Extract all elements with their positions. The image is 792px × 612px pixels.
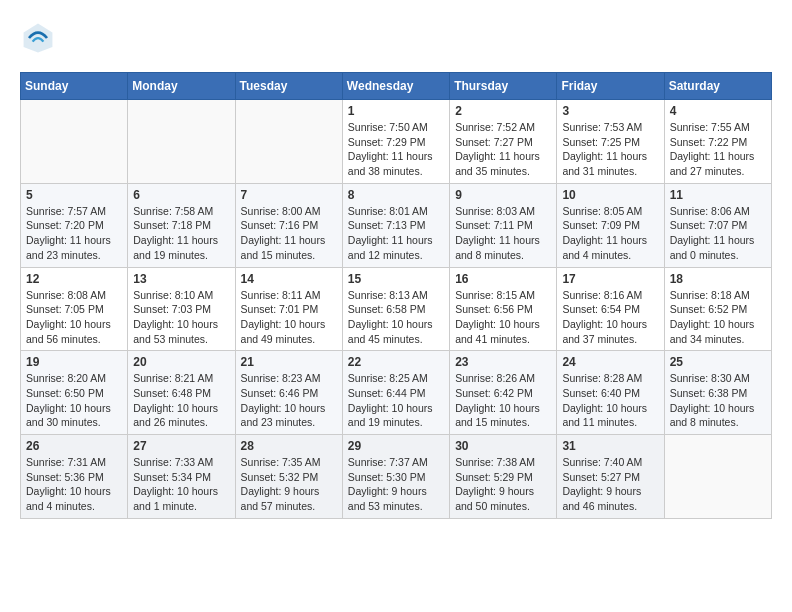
day-info: Sunrise: 8:06 AM Sunset: 7:07 PM Dayligh…	[670, 204, 766, 263]
day-info: Sunrise: 8:11 AM Sunset: 7:01 PM Dayligh…	[241, 288, 337, 347]
calendar-header-row: SundayMondayTuesdayWednesdayThursdayFrid…	[21, 73, 772, 100]
day-number: 2	[455, 104, 551, 118]
calendar-cell: 14Sunrise: 8:11 AM Sunset: 7:01 PM Dayli…	[235, 267, 342, 351]
day-info: Sunrise: 7:40 AM Sunset: 5:27 PM Dayligh…	[562, 455, 658, 514]
calendar-cell: 1Sunrise: 7:50 AM Sunset: 7:29 PM Daylig…	[342, 100, 449, 184]
calendar-cell: 15Sunrise: 8:13 AM Sunset: 6:58 PM Dayli…	[342, 267, 449, 351]
calendar-cell: 23Sunrise: 8:26 AM Sunset: 6:42 PM Dayli…	[450, 351, 557, 435]
day-number: 14	[241, 272, 337, 286]
day-number: 17	[562, 272, 658, 286]
day-info: Sunrise: 7:55 AM Sunset: 7:22 PM Dayligh…	[670, 120, 766, 179]
day-header-sunday: Sunday	[21, 73, 128, 100]
day-info: Sunrise: 8:26 AM Sunset: 6:42 PM Dayligh…	[455, 371, 551, 430]
day-info: Sunrise: 8:18 AM Sunset: 6:52 PM Dayligh…	[670, 288, 766, 347]
day-number: 22	[348, 355, 444, 369]
calendar-cell: 21Sunrise: 8:23 AM Sunset: 6:46 PM Dayli…	[235, 351, 342, 435]
calendar-cell: 29Sunrise: 7:37 AM Sunset: 5:30 PM Dayli…	[342, 435, 449, 519]
day-number: 1	[348, 104, 444, 118]
calendar-cell: 24Sunrise: 8:28 AM Sunset: 6:40 PM Dayli…	[557, 351, 664, 435]
calendar-cell: 8Sunrise: 8:01 AM Sunset: 7:13 PM Daylig…	[342, 183, 449, 267]
day-info: Sunrise: 8:23 AM Sunset: 6:46 PM Dayligh…	[241, 371, 337, 430]
calendar-cell: 6Sunrise: 7:58 AM Sunset: 7:18 PM Daylig…	[128, 183, 235, 267]
day-info: Sunrise: 8:25 AM Sunset: 6:44 PM Dayligh…	[348, 371, 444, 430]
calendar-cell: 13Sunrise: 8:10 AM Sunset: 7:03 PM Dayli…	[128, 267, 235, 351]
calendar-cell	[664, 435, 771, 519]
day-number: 6	[133, 188, 229, 202]
day-info: Sunrise: 8:03 AM Sunset: 7:11 PM Dayligh…	[455, 204, 551, 263]
logo	[20, 20, 62, 56]
calendar-cell: 22Sunrise: 8:25 AM Sunset: 6:44 PM Dayli…	[342, 351, 449, 435]
day-info: Sunrise: 7:33 AM Sunset: 5:34 PM Dayligh…	[133, 455, 229, 514]
calendar-cell	[21, 100, 128, 184]
day-info: Sunrise: 8:01 AM Sunset: 7:13 PM Dayligh…	[348, 204, 444, 263]
day-header-thursday: Thursday	[450, 73, 557, 100]
day-info: Sunrise: 8:13 AM Sunset: 6:58 PM Dayligh…	[348, 288, 444, 347]
day-info: Sunrise: 7:50 AM Sunset: 7:29 PM Dayligh…	[348, 120, 444, 179]
day-info: Sunrise: 8:28 AM Sunset: 6:40 PM Dayligh…	[562, 371, 658, 430]
day-number: 13	[133, 272, 229, 286]
calendar-cell	[128, 100, 235, 184]
calendar-cell: 17Sunrise: 8:16 AM Sunset: 6:54 PM Dayli…	[557, 267, 664, 351]
day-header-monday: Monday	[128, 73, 235, 100]
day-number: 15	[348, 272, 444, 286]
calendar-cell: 28Sunrise: 7:35 AM Sunset: 5:32 PM Dayli…	[235, 435, 342, 519]
day-number: 21	[241, 355, 337, 369]
calendar-week-row: 1Sunrise: 7:50 AM Sunset: 7:29 PM Daylig…	[21, 100, 772, 184]
day-number: 23	[455, 355, 551, 369]
page-header	[20, 20, 772, 56]
day-info: Sunrise: 8:30 AM Sunset: 6:38 PM Dayligh…	[670, 371, 766, 430]
calendar-cell: 10Sunrise: 8:05 AM Sunset: 7:09 PM Dayli…	[557, 183, 664, 267]
day-info: Sunrise: 7:53 AM Sunset: 7:25 PM Dayligh…	[562, 120, 658, 179]
calendar-cell: 9Sunrise: 8:03 AM Sunset: 7:11 PM Daylig…	[450, 183, 557, 267]
day-number: 24	[562, 355, 658, 369]
day-info: Sunrise: 8:21 AM Sunset: 6:48 PM Dayligh…	[133, 371, 229, 430]
day-info: Sunrise: 8:00 AM Sunset: 7:16 PM Dayligh…	[241, 204, 337, 263]
day-number: 19	[26, 355, 122, 369]
calendar-cell: 25Sunrise: 8:30 AM Sunset: 6:38 PM Dayli…	[664, 351, 771, 435]
day-number: 31	[562, 439, 658, 453]
day-number: 16	[455, 272, 551, 286]
day-info: Sunrise: 7:58 AM Sunset: 7:18 PM Dayligh…	[133, 204, 229, 263]
day-number: 7	[241, 188, 337, 202]
day-info: Sunrise: 8:16 AM Sunset: 6:54 PM Dayligh…	[562, 288, 658, 347]
day-info: Sunrise: 7:37 AM Sunset: 5:30 PM Dayligh…	[348, 455, 444, 514]
day-number: 8	[348, 188, 444, 202]
day-number: 29	[348, 439, 444, 453]
logo-icon	[20, 20, 56, 56]
calendar-cell: 20Sunrise: 8:21 AM Sunset: 6:48 PM Dayli…	[128, 351, 235, 435]
day-number: 9	[455, 188, 551, 202]
day-header-tuesday: Tuesday	[235, 73, 342, 100]
day-info: Sunrise: 8:15 AM Sunset: 6:56 PM Dayligh…	[455, 288, 551, 347]
day-number: 27	[133, 439, 229, 453]
day-number: 25	[670, 355, 766, 369]
day-info: Sunrise: 7:38 AM Sunset: 5:29 PM Dayligh…	[455, 455, 551, 514]
day-number: 20	[133, 355, 229, 369]
day-header-saturday: Saturday	[664, 73, 771, 100]
day-info: Sunrise: 7:35 AM Sunset: 5:32 PM Dayligh…	[241, 455, 337, 514]
day-number: 26	[26, 439, 122, 453]
calendar-cell: 31Sunrise: 7:40 AM Sunset: 5:27 PM Dayli…	[557, 435, 664, 519]
calendar-cell: 4Sunrise: 7:55 AM Sunset: 7:22 PM Daylig…	[664, 100, 771, 184]
day-number: 3	[562, 104, 658, 118]
calendar-cell: 16Sunrise: 8:15 AM Sunset: 6:56 PM Dayli…	[450, 267, 557, 351]
day-number: 30	[455, 439, 551, 453]
calendar-week-row: 5Sunrise: 7:57 AM Sunset: 7:20 PM Daylig…	[21, 183, 772, 267]
calendar-cell: 11Sunrise: 8:06 AM Sunset: 7:07 PM Dayli…	[664, 183, 771, 267]
calendar-cell: 3Sunrise: 7:53 AM Sunset: 7:25 PM Daylig…	[557, 100, 664, 184]
calendar-cell: 5Sunrise: 7:57 AM Sunset: 7:20 PM Daylig…	[21, 183, 128, 267]
calendar-cell: 12Sunrise: 8:08 AM Sunset: 7:05 PM Dayli…	[21, 267, 128, 351]
calendar-cell: 26Sunrise: 7:31 AM Sunset: 5:36 PM Dayli…	[21, 435, 128, 519]
calendar-week-row: 12Sunrise: 8:08 AM Sunset: 7:05 PM Dayli…	[21, 267, 772, 351]
calendar-table: SundayMondayTuesdayWednesdayThursdayFrid…	[20, 72, 772, 519]
calendar-cell: 27Sunrise: 7:33 AM Sunset: 5:34 PM Dayli…	[128, 435, 235, 519]
day-number: 28	[241, 439, 337, 453]
calendar-cell: 19Sunrise: 8:20 AM Sunset: 6:50 PM Dayli…	[21, 351, 128, 435]
day-info: Sunrise: 8:05 AM Sunset: 7:09 PM Dayligh…	[562, 204, 658, 263]
day-number: 18	[670, 272, 766, 286]
calendar-cell: 7Sunrise: 8:00 AM Sunset: 7:16 PM Daylig…	[235, 183, 342, 267]
day-number: 4	[670, 104, 766, 118]
day-info: Sunrise: 8:08 AM Sunset: 7:05 PM Dayligh…	[26, 288, 122, 347]
day-info: Sunrise: 8:20 AM Sunset: 6:50 PM Dayligh…	[26, 371, 122, 430]
day-info: Sunrise: 7:57 AM Sunset: 7:20 PM Dayligh…	[26, 204, 122, 263]
day-header-wednesday: Wednesday	[342, 73, 449, 100]
